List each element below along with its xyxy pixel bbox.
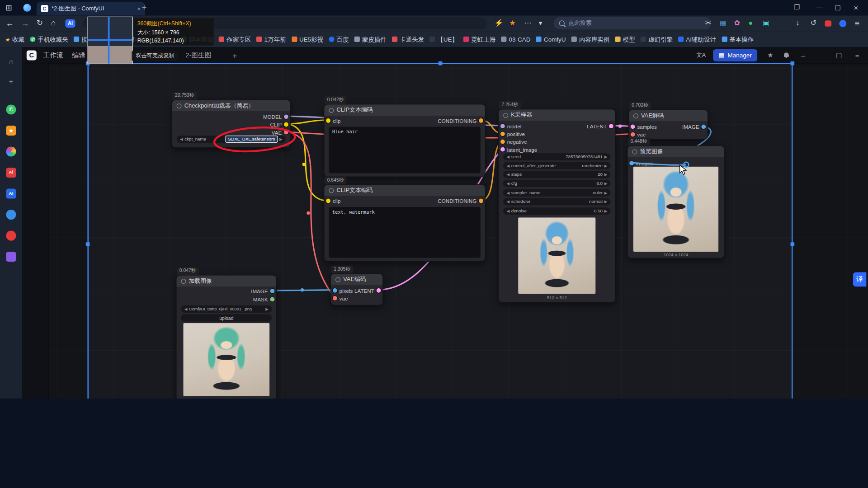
upload-button[interactable]: upload [181, 314, 272, 322]
slot-dot-image[interactable] [701, 125, 706, 129]
add-workflow-tab-button[interactable]: + [232, 47, 237, 64]
arrow-left-icon[interactable]: ◀ [180, 137, 183, 141]
games-icon[interactable]: ▣ [763, 19, 769, 27]
safe-icon[interactable]: ● [749, 19, 753, 27]
prompt-textarea[interactable]: text, watermark [329, 207, 481, 258]
bookmark-item[interactable]: 基本操作 [722, 35, 754, 43]
output-slot-conditioning[interactable]: CONDITIONING [438, 117, 483, 124]
prompt-textarea[interactable]: Blue hair [329, 127, 481, 173]
bookmark-item[interactable]: 作家专区 [219, 35, 251, 43]
scissors-icon[interactable]: ✂ [705, 19, 711, 27]
output-slot-clip[interactable]: CLIP [270, 121, 288, 128]
output-slot-vae[interactable]: VAE [272, 129, 288, 136]
selection-handle-e[interactable] [791, 242, 795, 246]
node-header[interactable]: 加载图像 [177, 276, 276, 286]
arrow-left-icon[interactable]: ◀ [506, 164, 509, 168]
blue-app-icon[interactable] [6, 210, 16, 220]
menu-edit[interactable]: 编辑 [72, 47, 85, 64]
node-header[interactable]: Checkpoint加载器（简易） [172, 100, 290, 111]
node-checkpoint-loader[interactable]: 20.753秒 Checkpoint加载器（简易） MODEL CLIP VAE… [172, 99, 291, 148]
collapse-icon[interactable] [632, 149, 637, 154]
output-slot-image[interactable]: IMAGE [682, 123, 706, 130]
window-share-icon[interactable]: ❐ [794, 4, 800, 11]
slot-dot-model[interactable] [284, 114, 288, 119]
bell-icon[interactable] [784, 52, 789, 57]
output-slot-model[interactable]: MODEL [263, 113, 288, 120]
arrow-left-icon[interactable]: ◀ [506, 199, 509, 204]
menu-workflow[interactable]: 工作流 [43, 47, 63, 64]
output-slot-mask[interactable]: MASK [253, 296, 275, 303]
bookmark-item[interactable]: 【UE】 [429, 35, 458, 43]
input-slot-vae[interactable]: vae [631, 131, 646, 138]
arrow-left-icon[interactable]: ◀ [506, 191, 509, 195]
tab-close-icon[interactable]: × [137, 5, 141, 12]
browser-ai-icon[interactable]: AI [65, 19, 75, 28]
collapse-icon[interactable] [181, 279, 186, 284]
workflow-tab[interactable]: 2-图生图 [185, 47, 211, 64]
arrow-right-icon[interactable]: ▶ [604, 191, 608, 195]
arrow-right-icon[interactable]: ▶ [604, 155, 608, 159]
refresh-button[interactable]: ↻ [37, 19, 43, 27]
red-app-icon[interactable] [6, 231, 16, 241]
slot-dot-latent[interactable] [609, 124, 613, 128]
translate-float-button[interactable]: 译 [853, 272, 866, 286]
image-file-widget[interactable]: ◀ComfyUI_temp_ujexi_00001_.png▶ [181, 305, 272, 313]
scheduler-widget[interactable]: ◀schedulernormal▶ [503, 198, 611, 205]
slot-dot-model[interactable] [500, 124, 505, 128]
collapse-icon[interactable] [633, 113, 638, 118]
home-icon[interactable]: ⌂ [5, 56, 16, 67]
ai-blue-app-icon[interactable]: AI [6, 189, 16, 199]
slot-dot-conditioning[interactable] [479, 199, 483, 203]
bookmark-item[interactable]: 模型 [615, 35, 635, 43]
arrow-right-icon[interactable]: ▶ [604, 164, 608, 168]
arrow-right-icon[interactable]: ▶ [604, 181, 608, 186]
selection-handle-ne[interactable] [791, 61, 795, 66]
slot-dot-vae[interactable] [333, 296, 337, 300]
share-icon[interactable]: → [799, 47, 806, 64]
arrow-left-icon[interactable]: ◀ [506, 155, 509, 159]
bookmark-item[interactable]: 内容库实例 [571, 35, 609, 43]
output-slot-image[interactable]: IMAGE [251, 288, 274, 295]
arrow-right-icon[interactable]: ▶ [604, 209, 608, 213]
window-maximize-button[interactable]: ▢ [835, 4, 841, 11]
back-button[interactable]: ← [5, 19, 14, 27]
slot-dot-latent[interactable] [377, 288, 381, 293]
star-icon[interactable]: ★ [767, 47, 773, 64]
home-button[interactable]: ⌂ [51, 19, 56, 27]
download-icon[interactable]: ↓ [796, 19, 800, 27]
panel-toggle-icon[interactable]: ▢ [836, 47, 842, 64]
bookmark-item[interactable]: AI辅助设计 [678, 35, 716, 43]
slot-dot-clip[interactable] [284, 122, 288, 127]
menu-icon[interactable]: ≡ [855, 19, 860, 27]
arrow-left-icon[interactable]: ◀ [506, 181, 509, 186]
slot-dot-conditioning[interactable] [500, 140, 505, 144]
output-slot-latent[interactable]: LATENT [587, 123, 613, 130]
node-vae-decode[interactable]: 0.702秒 VAE解码 samples vae IMAGE [628, 109, 708, 139]
arrow-right-icon[interactable]: ▶ [604, 172, 608, 177]
output-slot-conditioning[interactable]: CONDITIONING [438, 197, 483, 204]
history-icon[interactable]: ↺ [811, 19, 816, 27]
slot-dot-conditioning[interactable] [479, 118, 483, 123]
node-header[interactable]: VAE解码 [629, 110, 708, 121]
comfy-menu-icon[interactable]: ≡ [855, 47, 859, 64]
input-slot-clip[interactable]: clip [326, 117, 340, 124]
theme-icon[interactable]: ✿ [734, 19, 740, 27]
translate-icon[interactable]: 文A [696, 47, 705, 64]
arrow-left-icon[interactable]: ◀ [506, 209, 509, 213]
window-close-button[interactable]: × [854, 4, 858, 12]
input-slot-model[interactable]: model [500, 123, 521, 130]
favorite-star-icon[interactable]: ★ [509, 19, 516, 27]
forward-button[interactable]: → [21, 19, 29, 27]
chevron-down-icon[interactable]: ▾ [538, 19, 542, 27]
input-slot-samples[interactable]: samples [631, 123, 657, 130]
node-vae-encode[interactable]: 1.305秒 VAE编码 pixels vae LATENT [330, 273, 383, 305]
bookmark-item[interactable]: 百度 [329, 35, 349, 43]
node-clip-encode-positive[interactable]: 0.042秒 CLIP文本编码 clip CONDITIONING Blue h… [324, 104, 486, 177]
sphere-app-icon[interactable] [6, 146, 16, 156]
apps-icon[interactable]: ▦ [720, 19, 726, 27]
bookmark-item[interactable]: 03-CAD [501, 36, 530, 43]
slot-dot-conditioning[interactable] [500, 131, 505, 136]
bookmark-item[interactable]: 卡通头发 [392, 35, 424, 43]
profile-icon[interactable] [839, 20, 846, 27]
ai-red-app-icon[interactable]: Ai [6, 168, 16, 178]
